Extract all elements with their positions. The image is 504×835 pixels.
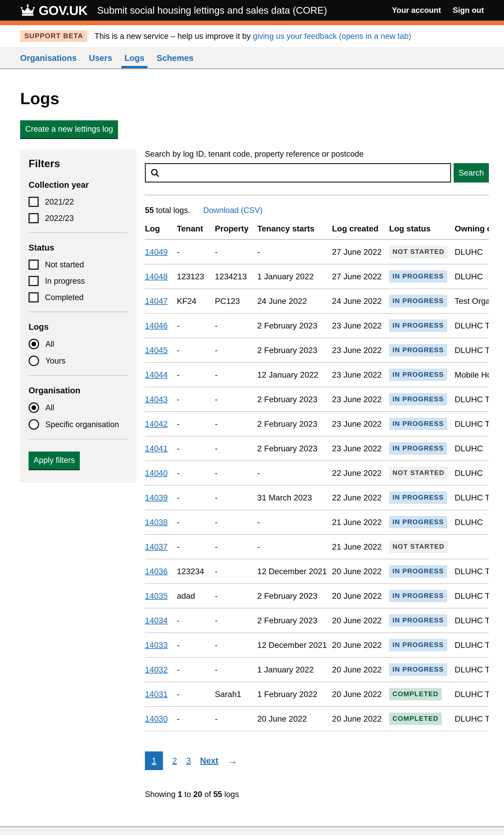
log-id-link[interactable]: 14031 <box>145 690 167 699</box>
radio-logs-all[interactable] <box>28 339 39 349</box>
footer: Get help with this service Online helpde… <box>0 826 504 835</box>
log-id-link[interactable]: 14045 <box>145 346 167 355</box>
table-row: 14039--31 March 202322 June 2022In progr… <box>145 485 489 510</box>
status-badge: In progress <box>389 344 447 357</box>
owning-organisation-cell: DLUHC Te <box>455 682 489 707</box>
pagination-next-arrow-icon[interactable]: → <box>227 755 238 767</box>
main-content: Logs Create a new lettings log Filters C… <box>0 89 504 826</box>
log-id-link[interactable]: 14034 <box>145 616 167 625</box>
status-badge: Not started <box>389 467 448 479</box>
log-created-cell: 20 June 2022 <box>332 584 389 608</box>
owning-organisation-cell: DLUHC Te <box>455 412 489 436</box>
log-id-cell: 14035 <box>145 584 177 608</box>
table-row: 14044--12 January 202223 June 2022In pro… <box>145 363 489 387</box>
property-cell: - <box>215 657 257 682</box>
radio-option-logs-yours[interactable]: Yours <box>28 355 128 366</box>
log-status-cell: In progress <box>389 485 455 510</box>
search-button[interactable]: Search <box>453 163 489 183</box>
logs-table: Log Tenant Property Tenancy starts Log c… <box>145 224 489 731</box>
log-id-link[interactable]: 14042 <box>145 420 167 428</box>
nav-item-users[interactable]: Users <box>89 47 112 68</box>
nav-item-schemes[interactable]: Schemes <box>157 47 194 68</box>
nav-link-users[interactable]: Users <box>89 53 112 63</box>
radio-option-logs-all[interactable]: All <box>28 339 128 349</box>
pagination-page-2[interactable]: 2 <box>172 756 177 766</box>
log-id-cell: 14047 <box>145 289 177 313</box>
nav-link-organisations[interactable]: Organisations <box>20 53 77 63</box>
nav-link-schemes[interactable]: Schemes <box>157 53 194 63</box>
pagination-next-link[interactable]: Next <box>200 756 218 766</box>
log-id-link[interactable]: 14032 <box>145 665 167 674</box>
collection-year-heading: Collection year <box>28 180 128 190</box>
search-input[interactable] <box>145 163 451 183</box>
create-lettings-log-button[interactable]: Create a new lettings log <box>20 120 118 138</box>
log-id-link[interactable]: 14046 <box>145 321 167 330</box>
service-name-link[interactable]: Submit social housing lettings and sales… <box>97 5 327 16</box>
log-id-link[interactable]: 14033 <box>145 640 167 650</box>
property-cell: - <box>215 633 257 657</box>
log-id-link[interactable]: 14048 <box>145 272 167 281</box>
log-id-link[interactable]: 14044 <box>145 370 167 379</box>
crown-icon <box>20 4 35 16</box>
tenant-cell: - <box>177 707 215 731</box>
checkbox-option-2022-23[interactable]: 2022/23 <box>28 213 128 223</box>
log-id-link[interactable]: 14049 <box>145 247 167 257</box>
log-id-link[interactable]: 14047 <box>145 297 167 306</box>
apply-filters-button[interactable]: Apply filters <box>28 451 80 469</box>
log-created-cell: 20 June 2022 <box>332 682 389 707</box>
log-status-cell: In progress <box>389 559 455 584</box>
status-badge: In progress <box>389 418 447 430</box>
radio-label: All <box>45 340 54 349</box>
log-id-link[interactable]: 14043 <box>145 395 167 404</box>
log-id-link[interactable]: 14040 <box>145 469 167 477</box>
filter-divider <box>28 375 128 376</box>
tenancy-starts-cell: 1 February 2022 <box>257 682 332 707</box>
pagination-page-1-current[interactable]: 1 <box>145 751 163 770</box>
checkbox-in-progress[interactable] <box>28 276 39 286</box>
your-account-link[interactable]: Your account <box>392 6 441 15</box>
radio-logs-yours[interactable] <box>28 355 39 366</box>
feedback-link[interactable]: giving us your feedback (opens in a new … <box>253 32 411 41</box>
table-row: 14041--2 February 202323 June 2022In pro… <box>145 436 489 461</box>
tenant-cell: - <box>177 633 215 657</box>
log-id-link[interactable]: 14039 <box>145 493 167 502</box>
nav-link-logs[interactable]: Logs <box>124 53 144 63</box>
radio-option-org-all[interactable]: All <box>28 402 128 413</box>
checkbox-option-not-started[interactable]: Not started <box>28 260 128 270</box>
property-cell: - <box>215 363 257 387</box>
checkbox-not-started[interactable] <box>28 260 39 270</box>
pagination-page-3[interactable]: 3 <box>186 756 191 766</box>
radio-org-specific[interactable] <box>28 419 39 430</box>
log-id-link[interactable]: 14030 <box>145 714 167 723</box>
filter-group-organisation: Organisation All Specific organisation <box>28 386 128 430</box>
owning-organisation-cell <box>455 534 489 559</box>
log-created-cell: 20 June 2022 <box>332 559 389 584</box>
tenancy-starts-cell: 31 March 2023 <box>257 485 332 510</box>
log-id-link[interactable]: 14041 <box>145 444 167 453</box>
checkbox-option-in-progress[interactable]: In progress <box>28 276 128 286</box>
checkbox-2022-23[interactable] <box>28 213 39 223</box>
tenancy-starts-cell: 2 February 2023 <box>257 387 332 412</box>
checkbox-option-completed[interactable]: Completed <box>28 292 128 302</box>
radio-org-all[interactable] <box>28 402 39 413</box>
owning-organisation-cell: DLUHC <box>455 264 489 289</box>
table-row: 1404812312312342131 January 202227 June … <box>145 264 489 289</box>
download-csv-link[interactable]: Download (CSV) <box>203 206 263 215</box>
log-id-cell: 14039 <box>145 485 177 510</box>
log-id-link[interactable]: 14036 <box>145 567 167 576</box>
nav-item-organisations[interactable]: Organisations <box>20 47 77 68</box>
status-heading: Status <box>28 243 128 252</box>
log-id-link[interactable]: 14037 <box>145 542 167 551</box>
log-id-link[interactable]: 14035 <box>145 591 167 600</box>
checkbox-option-2021-22[interactable]: 2021/22 <box>28 197 128 207</box>
checkbox-completed[interactable] <box>28 292 39 302</box>
govuk-logo-text: GOV.UK <box>39 3 87 18</box>
sign-out-link[interactable]: Sign out <box>453 6 484 15</box>
log-id-link[interactable]: 14038 <box>145 518 167 527</box>
owning-organisation-cell: DLUHC <box>455 510 489 534</box>
nav-item-logs[interactable]: Logs <box>124 47 144 68</box>
log-status-cell: Completed <box>389 682 455 707</box>
govuk-logo[interactable]: GOV.UK <box>20 3 87 18</box>
radio-option-org-specific[interactable]: Specific organisation <box>28 419 128 430</box>
checkbox-2021-22[interactable] <box>28 197 39 207</box>
